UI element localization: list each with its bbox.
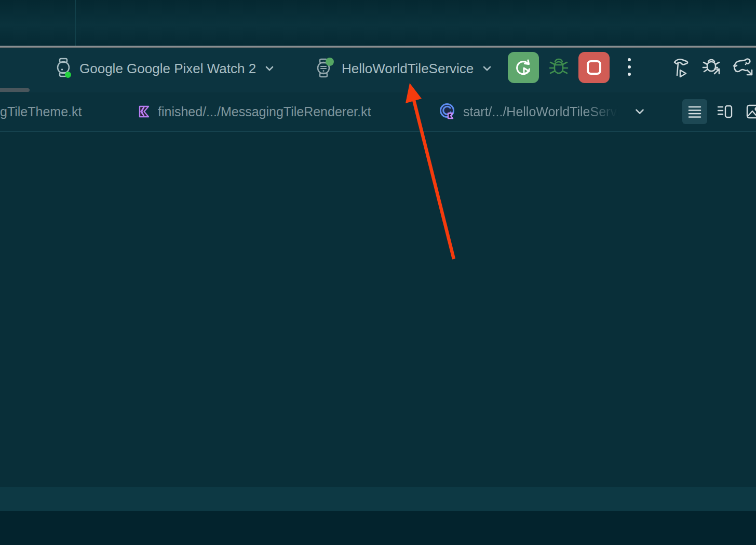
code-view-icon (688, 105, 701, 118)
gradle-elephant-sync-icon (730, 56, 754, 79)
window-top-strip (0, 0, 756, 46)
view-mode-code-button[interactable] (682, 99, 707, 124)
build-and-run-button[interactable] (668, 52, 695, 83)
editor-tab-bar: gTileTheme.kt finished/.../MessagingTile… (0, 92, 756, 132)
chevron-down-icon (263, 62, 276, 75)
attach-debugger-button[interactable] (698, 52, 725, 83)
bug-arrow-icon (699, 56, 723, 79)
rerun-app-button[interactable] (508, 52, 539, 83)
status-bar-area (0, 511, 756, 545)
tabbar-hscroll-thumb[interactable] (0, 88, 30, 92)
editor-area[interactable] (0, 132, 756, 487)
tab-label: start/.../HelloWorldTileServi (463, 104, 619, 119)
chevron-down-icon[interactable] (633, 105, 646, 118)
debug-app-button[interactable] (544, 52, 573, 83)
hammer-run-icon (669, 56, 693, 79)
tab-hello-world-tile-service[interactable]: start/.../HelloWorldTileServi (439, 92, 646, 131)
tab-label: gTileTheme.kt (0, 104, 82, 119)
restart-run-icon (514, 58, 533, 77)
stop-app-button[interactable] (578, 52, 610, 83)
tile-service-watch-icon (315, 57, 336, 80)
panel-divider (75, 0, 76, 46)
chevron-down-icon (481, 62, 493, 75)
tile-run-target-icon (439, 102, 457, 121)
tab-messaging-tile-renderer[interactable]: finished/.../MessagingTileRenderer.kt (137, 92, 371, 131)
tab-label: finished/.../MessagingTileRenderer.kt (158, 104, 371, 119)
view-mode-design-button[interactable] (741, 99, 756, 124)
debug-bug-icon (548, 57, 570, 78)
tool-window-band (0, 487, 756, 511)
split-view-icon (717, 105, 733, 118)
kotlin-file-icon (137, 104, 152, 119)
device-selector[interactable]: Google Google Pixel Watch 2 (53, 55, 276, 82)
run-configuration-selector[interactable]: HelloWorldTileService (315, 55, 493, 82)
view-mode-split-button[interactable] (712, 99, 737, 124)
design-view-icon (746, 104, 756, 119)
run-toolbar: Google Google Pixel Watch 2 HelloWorldTi… (0, 48, 756, 92)
device-selector-label: Google Google Pixel Watch 2 (79, 61, 256, 77)
run-configuration-label: HelloWorldTileService (342, 61, 474, 77)
gradle-sync-button[interactable] (728, 52, 756, 83)
watch-device-icon (53, 57, 74, 80)
tab-messaging-tile-theme[interactable]: gTileTheme.kt (0, 92, 82, 131)
more-actions-button[interactable] (619, 52, 640, 83)
kebab-menu-icon (627, 57, 632, 78)
stop-icon (585, 59, 603, 76)
